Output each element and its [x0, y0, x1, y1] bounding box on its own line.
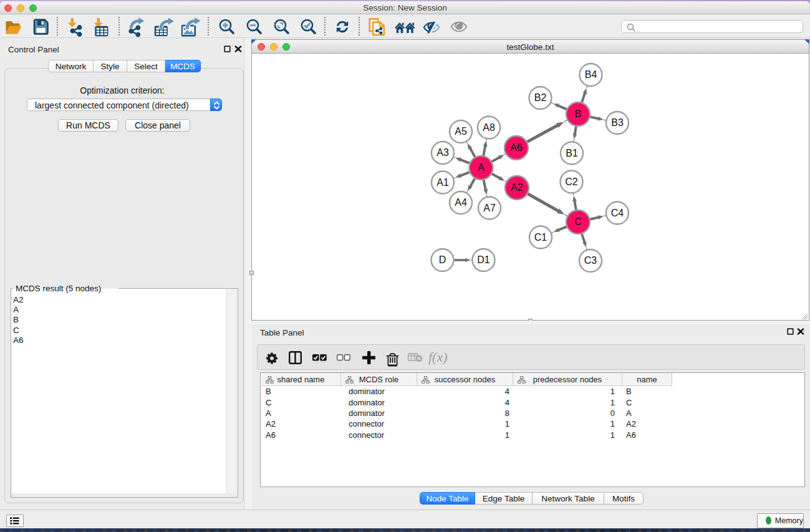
svg-text:C2: C2	[565, 177, 578, 187]
svg-text:D1: D1	[477, 254, 490, 265]
svg-text:B3: B3	[611, 117, 624, 128]
svg-text:A1: A1	[436, 177, 449, 188]
svg-text:A: A	[478, 162, 485, 173]
svg-text:A4: A4	[455, 197, 467, 208]
svg-text:A3: A3	[436, 147, 449, 158]
svg-text:D: D	[439, 254, 446, 265]
svg-text:C4: C4	[611, 208, 624, 218]
svg-text:A8: A8	[483, 122, 495, 133]
svg-text:C3: C3	[584, 255, 597, 266]
svg-text:A5: A5	[455, 126, 467, 137]
svg-text:B4: B4	[585, 69, 597, 80]
svg-text:A2: A2	[511, 182, 523, 193]
svg-text:B1: B1	[566, 148, 578, 158]
svg-text:A6: A6	[510, 142, 523, 153]
svg-text:B: B	[575, 109, 582, 119]
svg-text:B2: B2	[534, 92, 547, 103]
svg-text:C: C	[574, 216, 582, 227]
svg-text:A7: A7	[483, 203, 496, 213]
svg-text:C1: C1	[534, 232, 547, 243]
